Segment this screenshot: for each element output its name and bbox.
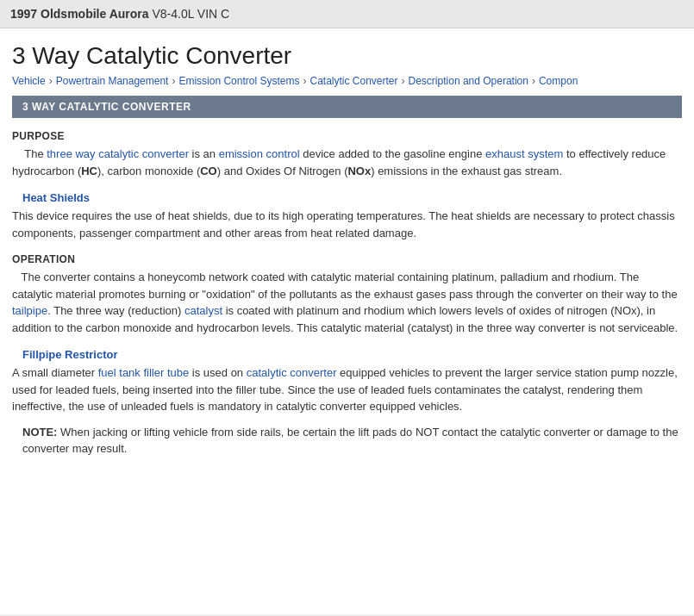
- breadcrumb-catalytic[interactable]: Catalytic Converter: [309, 75, 397, 87]
- breadcrumb: Vehicle › Powertrain Management › Emissi…: [12, 75, 682, 87]
- vehicle-engine: V8-4.0L VIN C: [149, 7, 230, 21]
- breadcrumb-vehicle[interactable]: Vehicle: [12, 75, 46, 87]
- heat-shields-heading: Heat Shields: [22, 191, 682, 204]
- link-catalytic-converter[interactable]: catalytic converter: [247, 366, 337, 379]
- heat-shields-text: This device requires the use of heat shi…: [12, 208, 682, 241]
- fillpipe-heading: Fillpipe Restrictor: [22, 348, 682, 361]
- note-text: NOTE: When jacking or lifting vehicle fr…: [22, 424, 682, 457]
- fillpipe-section: Fillpipe Restrictor A small diameter fue…: [12, 348, 682, 415]
- link-exhaust-system[interactable]: exhaust system: [485, 147, 563, 160]
- link-fuel-tank-filler-tube[interactable]: fuel tank filler tube: [98, 366, 190, 379]
- fillpipe-text: A small diameter fuel tank filler tube i…: [12, 364, 682, 415]
- breadcrumb-description[interactable]: Description and Operation: [409, 75, 528, 87]
- main-content: 3 Way Catalytic Converter Vehicle › Powe…: [0, 28, 694, 614]
- breadcrumb-sep-1: ›: [49, 75, 53, 87]
- note-bold: NOTE:: [22, 426, 57, 439]
- link-tailpipe[interactable]: tailpipe: [12, 304, 47, 317]
- purpose-label: PURPOSE: [12, 130, 682, 142]
- operation-section: OPERATION The converter contains a honey…: [12, 253, 682, 336]
- breadcrumb-sep-2: ›: [172, 75, 175, 87]
- link-emission-control[interactable]: emission control: [219, 147, 300, 160]
- link-catalyst[interactable]: catalyst: [184, 304, 222, 317]
- breadcrumb-sep-5: ›: [532, 75, 535, 87]
- purpose-section: PURPOSE The three way catalytic converte…: [12, 130, 682, 179]
- purpose-text: The three way catalytic converter is an …: [12, 146, 682, 179]
- breadcrumb-sep-4: ›: [402, 75, 405, 87]
- breadcrumb-compon[interactable]: Compon: [539, 75, 578, 87]
- vehicle-year-model: 1997 Oldsmobile Aurora: [10, 7, 149, 21]
- breadcrumb-powertrain[interactable]: Powertrain Management: [56, 75, 169, 87]
- header-bar: 1997 Oldsmobile Aurora V8-4.0L VIN C: [0, 0, 694, 28]
- page-title: 3 Way Catalytic Converter: [12, 42, 682, 70]
- breadcrumb-emission[interactable]: Emission Control Systems: [178, 75, 299, 87]
- note-section: NOTE: When jacking or lifting vehicle fr…: [12, 424, 682, 457]
- link-three-way[interactable]: three way catalytic converter: [47, 147, 189, 160]
- heat-shields-section: Heat Shields This device requires the us…: [12, 191, 682, 241]
- section-header: 3 WAY CATALYTIC CONVERTER: [12, 96, 682, 118]
- breadcrumb-sep-3: ›: [303, 75, 306, 87]
- operation-text: The converter contains a honeycomb netwo…: [12, 269, 682, 336]
- operation-label: OPERATION: [12, 253, 682, 265]
